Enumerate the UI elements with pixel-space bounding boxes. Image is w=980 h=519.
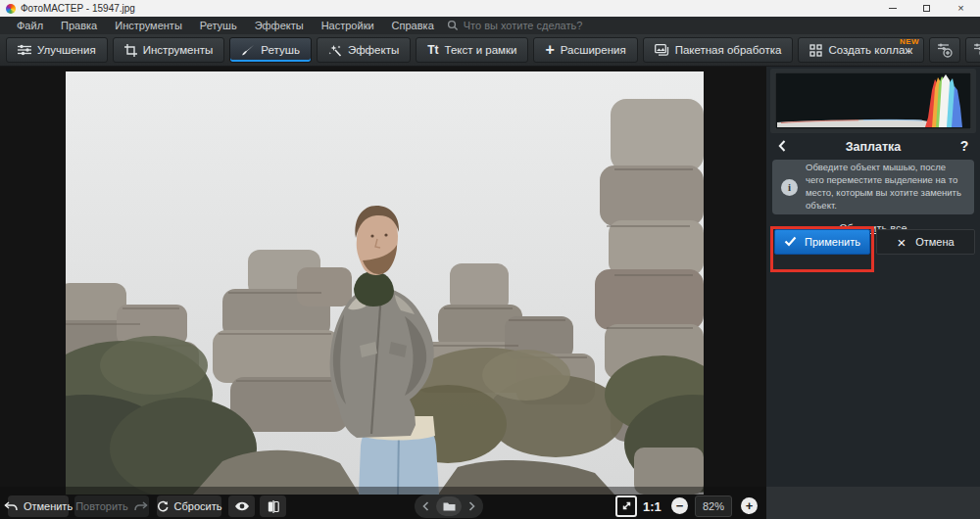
tab-label: Текст и рамки bbox=[445, 44, 517, 56]
menu-help[interactable]: Справка bbox=[383, 17, 443, 34]
menu-retouch[interactable]: Ретушь bbox=[191, 17, 246, 34]
tool-title: Заплатка bbox=[766, 140, 980, 154]
undo-icon bbox=[4, 501, 18, 511]
window-title: ФотоМАСТЕР - 15947.jpg bbox=[21, 3, 135, 14]
preview-original-button[interactable] bbox=[228, 495, 255, 517]
button-label: Повторить bbox=[75, 500, 128, 512]
fit-to-screen-button[interactable] bbox=[615, 495, 637, 517]
export-preset-button[interactable] bbox=[965, 37, 980, 63]
folder-icon bbox=[443, 497, 456, 515]
tab-label: Эффекты bbox=[348, 44, 399, 56]
zoom-level[interactable]: 82% bbox=[695, 495, 732, 517]
main-toolbar: Улучшения Инструменты Ретушь Эффекты Tt … bbox=[0, 34, 980, 67]
histogram-chart bbox=[775, 72, 971, 129]
tool-sidebar: Заплатка ? i Обведите объект мышью, посл… bbox=[766, 67, 980, 519]
redo-icon bbox=[134, 501, 148, 511]
menu-settings[interactable]: Настройки bbox=[313, 17, 383, 34]
tab-extensions[interactable]: + Расширения bbox=[533, 37, 637, 63]
preset-add-icon bbox=[936, 42, 954, 58]
menu-file[interactable]: Файл bbox=[8, 17, 52, 34]
photos-icon bbox=[655, 44, 669, 56]
text-icon: Tt bbox=[427, 43, 438, 57]
title-bar: ФотоМАСТЕР - 15947.jpg × bbox=[0, 0, 980, 17]
button-label: Пакетная обработка bbox=[675, 44, 782, 56]
histogram-panel bbox=[770, 69, 976, 133]
actual-size-button[interactable]: 1:1 bbox=[643, 499, 662, 514]
bottom-toolbar: Отменить Повторить Сбросить bbox=[0, 487, 766, 519]
button-label: Сбросить bbox=[174, 500, 222, 512]
tab-label: Улучшения bbox=[37, 44, 96, 56]
tab-enhancements[interactable]: Улучшения bbox=[6, 37, 108, 63]
menu-effects[interactable]: Эффекты bbox=[246, 17, 313, 34]
minimize-button[interactable] bbox=[887, 3, 898, 14]
before-after-button[interactable] bbox=[260, 495, 286, 517]
tab-effects[interactable]: Эффекты bbox=[317, 37, 411, 63]
tab-label: Расширения bbox=[561, 44, 626, 56]
undo-button[interactable]: Отменить bbox=[8, 495, 69, 517]
reset-button[interactable]: Сбросить bbox=[157, 495, 221, 517]
tool-header: Заплатка ? bbox=[766, 136, 980, 158]
tab-tools[interactable]: Инструменты bbox=[113, 37, 225, 63]
zoom-out-button[interactable]: − bbox=[671, 497, 688, 514]
brush-icon bbox=[241, 44, 255, 57]
tab-text-frames[interactable]: Tt Текст и рамки bbox=[416, 37, 528, 63]
menu-edit[interactable]: Правка bbox=[52, 17, 106, 34]
tab-label: Инструменты bbox=[143, 44, 214, 56]
button-label: Применить bbox=[805, 236, 860, 248]
menu-bar: Файл Правка Инструменты Ретушь Эффекты Н… bbox=[0, 17, 980, 34]
tab-label: Ретушь bbox=[261, 44, 300, 56]
x-icon: × bbox=[897, 235, 906, 250]
maximize-button[interactable] bbox=[921, 3, 932, 14]
tab-retouch[interactable]: Ретушь bbox=[229, 37, 312, 63]
help-button[interactable]: ? bbox=[956, 136, 973, 156]
collage-grid-icon bbox=[809, 44, 822, 57]
close-button[interactable]: × bbox=[956, 3, 966, 14]
app-window: ФотоМАСТЕР - 15947.jpg × Файл Правка Инс… bbox=[0, 0, 980, 519]
magic-wand-icon bbox=[328, 44, 342, 57]
create-collage-button[interactable]: NEW Создать коллаж bbox=[798, 37, 924, 63]
search-icon bbox=[447, 20, 459, 31]
reset-icon bbox=[157, 500, 169, 512]
zoom-in-button[interactable]: + bbox=[741, 497, 758, 514]
photo-canvas-area: Отменить Повторить Сбросить bbox=[0, 67, 766, 519]
crop-icon bbox=[124, 44, 137, 57]
open-folder-button[interactable] bbox=[436, 496, 462, 516]
prev-photo-button[interactable] bbox=[422, 497, 429, 515]
photo-image[interactable] bbox=[66, 71, 704, 495]
file-navigator bbox=[415, 495, 483, 518]
plus-icon: + bbox=[545, 42, 554, 58]
button-label: Отменить bbox=[24, 500, 73, 512]
sidebar-bottom-strip bbox=[766, 487, 980, 519]
next-photo-button[interactable] bbox=[468, 497, 475, 515]
checkmark-icon bbox=[784, 236, 797, 249]
new-badge: NEW bbox=[900, 37, 919, 46]
redo-button[interactable]: Повторить bbox=[74, 495, 149, 517]
batch-processing-button[interactable]: Пакетная обработка bbox=[643, 37, 794, 63]
expand-icon bbox=[621, 497, 632, 515]
app-logo-icon bbox=[6, 4, 16, 14]
split-compare-icon bbox=[268, 500, 279, 513]
cancel-button[interactable]: × Отмена bbox=[876, 229, 975, 255]
sliders-icon bbox=[18, 44, 31, 56]
button-label: Отмена bbox=[915, 236, 954, 248]
info-icon: i bbox=[781, 179, 798, 196]
menu-tools[interactable]: Инструменты bbox=[106, 17, 191, 34]
eye-icon bbox=[234, 501, 250, 511]
preset-download-icon bbox=[972, 42, 980, 58]
apply-button[interactable]: Применить bbox=[774, 229, 870, 255]
tool-hint: i Обведите объект мышью, после чего пере… bbox=[772, 160, 974, 214]
search-input[interactable] bbox=[464, 20, 660, 31]
add-preset-button[interactable] bbox=[929, 37, 960, 63]
tool-hint-text: Обведите объект мышью, после чего переме… bbox=[806, 162, 966, 212]
